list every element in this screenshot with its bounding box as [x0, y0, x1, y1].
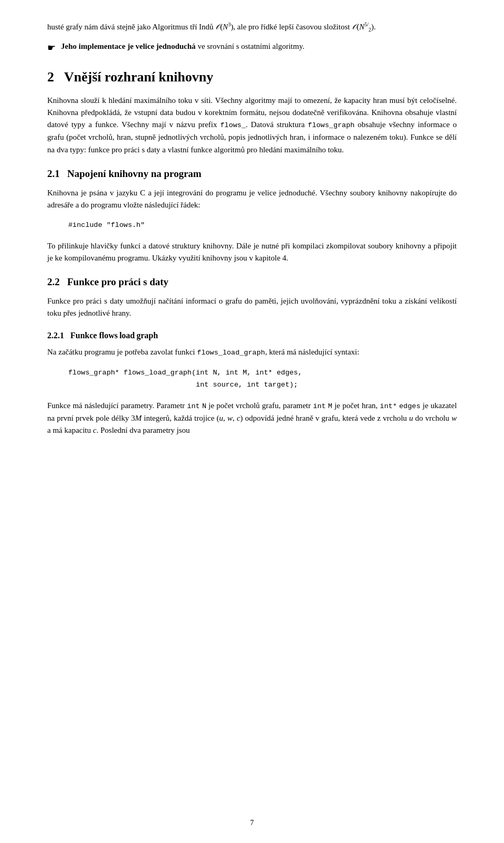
subsection-2-2-heading: 2.2 Funkce pro práci s daty: [47, 276, 457, 289]
intro-paragraph: husté grafy nám dává stejně jako Algorit…: [47, 21, 457, 33]
subsubsection-2-2-1-para2: Funkce má následující parametry. Paramet…: [47, 400, 457, 436]
subsection-2-2-para1: Funkce pro práci s daty umožňují načítán…: [47, 295, 457, 320]
subsubsection-2-2-1-heading: 2.2.1 Funkce flows load graph: [47, 330, 457, 341]
code-include: #include "flows.h": [68, 220, 457, 232]
section-2-heading: 2 Vnější rozhraní knihovny: [47, 68, 457, 86]
bullet-icon: ☛: [47, 41, 56, 56]
bullet-item: ☛ Jeho implementace je velice jednoduchá…: [47, 40, 457, 56]
subsubsection-2-2-1-para1: Na začátku programu je potřeba zavolat f…: [47, 346, 457, 359]
subsection-2-1-para1: Knihovna je psána v jazyku C a její inte…: [47, 187, 457, 212]
page-number: 7: [250, 819, 254, 827]
section-2-intro: Knihovna slouží k hledání maximálního to…: [47, 95, 457, 156]
page: husté grafy nám dává stejně jako Algorit…: [0, 0, 504, 843]
code-flows-load-graph: flows_graph* flows_load_graph(int N, int…: [68, 367, 457, 391]
subsection-2-1-heading: 2.1 Napojení knihovny na program: [47, 168, 457, 181]
subsection-2-1-para2: To přilinkuje hlavičky funkcí a datové s…: [47, 240, 457, 265]
bullet-text: Jeho implementace je velice jednoduchá v…: [61, 40, 304, 53]
